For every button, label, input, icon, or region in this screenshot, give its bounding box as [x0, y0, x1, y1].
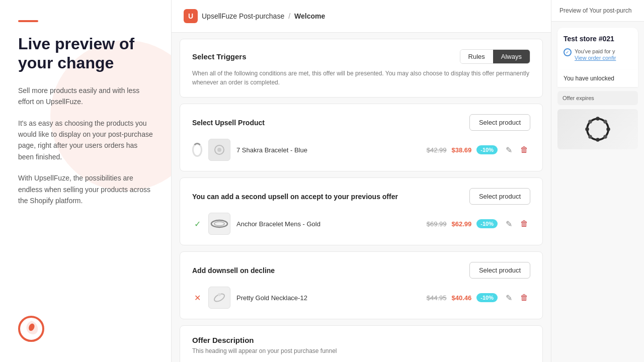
brand-logo	[18, 316, 44, 344]
rules-button[interactable]: Rules	[460, 50, 493, 63]
breadcrumb-app-name: UpsellFuze Post-purchase	[202, 12, 284, 20]
downsell-sale-price: $40.46	[452, 294, 472, 302]
second-upsell-section: You can add a second upsell on accept to…	[180, 177, 543, 245]
preview-view-order-link[interactable]: View order confir	[575, 55, 616, 61]
downsell-product-row: ✕ Pretty Gold Necklace-12 $44.95 $40.46 …	[192, 287, 530, 309]
upsell-delete-button[interactable]: 🗑	[518, 143, 530, 156]
upsell-original-price: $42.99	[427, 146, 447, 154]
downsell-discount-badge: -10%	[476, 293, 498, 302]
second-upsell-header: You can add a second upsell on accept to…	[192, 188, 530, 205]
breadcrumb-current: Welcome	[294, 12, 325, 20]
offer-description-section: Offer Description This heading will appe…	[180, 325, 543, 362]
svg-point-9	[603, 120, 607, 124]
left-panel: Live preview of your change Sell more pr…	[0, 0, 171, 362]
preview-body: Test store #021 ✓ You've paid for y View…	[551, 22, 644, 155]
svg-point-4	[214, 222, 224, 226]
svg-point-14	[585, 128, 589, 132]
downsell-select-button[interactable]: Select product	[469, 262, 530, 279]
upsell-title: Select Upsell Product	[192, 119, 265, 127]
second-upsell-edit-button[interactable]: ✎	[504, 217, 514, 231]
upsell-product-name: 7 Shakra Bracelet - Blue	[236, 146, 421, 154]
preview-bracelet-image	[557, 109, 638, 149]
upsell-product-actions: ✎ 🗑	[504, 143, 530, 157]
svg-point-12	[596, 138, 600, 142]
svg-point-15	[588, 120, 592, 124]
upsell-product-row: 7 Shakra Bracelet - Blue $42.99 $38.69 -…	[192, 139, 530, 161]
downsell-delete-button[interactable]: 🗑	[518, 291, 530, 304]
paragraph-1: Sell more products easily and with less …	[18, 85, 153, 108]
paragraph-3: With UpsellFuze, the possibilities are e…	[18, 172, 153, 206]
svg-point-11	[603, 135, 607, 139]
upsell-discount-badge: -10%	[476, 145, 498, 154]
svg-point-6	[218, 293, 221, 296]
upsell-select-button[interactable]: Select product	[469, 114, 530, 131]
second-upsell-select-button[interactable]: Select product	[469, 188, 530, 205]
breadcrumb-separator: /	[288, 12, 290, 20]
upsell-product-section: Select Upsell Product Select product 7 S…	[180, 104, 543, 171]
second-upsell-title: You can add a second upsell on accept to…	[192, 193, 398, 201]
app-icon: U	[184, 9, 198, 23]
downsell-section: Add downsell on decline Select product ✕…	[180, 251, 543, 319]
downsell-header: Add downsell on decline Select product	[192, 262, 530, 279]
downsell-product-name: Pretty Gold Necklace-12	[236, 294, 421, 302]
downsell-status-icon: ✕	[192, 293, 202, 303]
second-upsell-original-price: $69.99	[427, 220, 447, 228]
preview-paid-text: You've paid for y	[575, 48, 616, 55]
preview-offer-expires: Offer expires	[557, 91, 638, 105]
second-upsell-product-row: ✓ Anchor Bracelet Mens - Gold $69.99 $62…	[192, 213, 530, 235]
second-upsell-product-thumb	[208, 213, 230, 235]
preview-store-name: Test store #021	[564, 35, 632, 43]
offer-description-title: Offer Description	[192, 336, 530, 344]
svg-point-13	[588, 135, 592, 139]
svg-point-8	[596, 117, 600, 121]
check-circle-icon: ✓	[564, 48, 572, 56]
preview-header: Preview of Your post-purch	[551, 0, 644, 22]
second-upsell-prices: $69.99 $62.99 -10%	[427, 219, 498, 228]
preview-order-confirm: ✓ You've paid for y View order confir	[564, 48, 632, 61]
always-button[interactable]: Always	[493, 50, 530, 63]
triggers-title: Select Triggers	[192, 52, 247, 61]
second-upsell-discount-badge: -10%	[476, 219, 498, 228]
upsell-product-prices: $42.99 $38.69 -10%	[427, 145, 498, 154]
svg-point-2	[217, 148, 221, 152]
preview-panel: Preview of Your post-purch Test store #0…	[551, 0, 644, 362]
main-content: U UpsellFuze Post-purchase / Welcome Sel…	[171, 0, 551, 362]
second-upsell-sale-price: $62.99	[452, 220, 472, 228]
triggers-header: Select Triggers Rules Always	[192, 49, 530, 64]
upsell-edit-button[interactable]: ✎	[504, 143, 514, 157]
second-upsell-delete-button[interactable]: 🗑	[518, 217, 530, 230]
second-upsell-actions: ✎ 🗑	[504, 217, 530, 231]
downsell-original-price: $44.95	[427, 294, 447, 302]
breadcrumb: U UpsellFuze Post-purchase / Welcome	[172, 0, 551, 33]
second-upsell-product-name: Anchor Bracelet Mens - Gold	[236, 220, 421, 228]
svg-point-10	[606, 128, 610, 132]
triggers-description: When all of the following conditions are…	[192, 69, 530, 87]
offer-description-subtitle: This heading will appear on your post pu…	[192, 347, 530, 354]
preview-unlocked-text: You have unlocked	[564, 75, 632, 82]
downsell-prices: $44.95 $40.46 -10%	[427, 293, 498, 302]
accent-bar	[18, 20, 38, 22]
upsell-sale-price: $38.69	[452, 146, 472, 154]
trigger-buttons: Rules Always	[460, 49, 530, 64]
downsell-title: Add downsell on decline	[192, 266, 275, 275]
upsell-product-thumb	[208, 139, 230, 161]
downsell-product-thumb	[208, 287, 230, 309]
upsell-header: Select Upsell Product Select product	[192, 114, 530, 131]
headline: Live preview of your change	[18, 34, 153, 73]
paragraph-2: It's as easy as choosing the products yo…	[18, 118, 153, 163]
upsell-status-icon	[192, 143, 202, 157]
downsell-edit-button[interactable]: ✎	[504, 291, 514, 305]
triggers-section: Select Triggers Rules Always When all of…	[180, 39, 543, 98]
svg-point-3	[211, 220, 227, 227]
second-upsell-status-icon: ✓	[192, 219, 202, 229]
downsell-actions: ✎ 🗑	[504, 291, 530, 305]
